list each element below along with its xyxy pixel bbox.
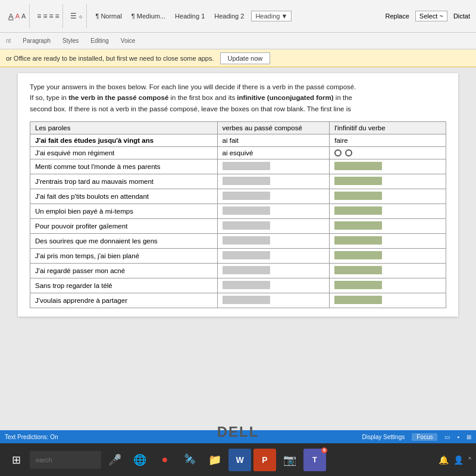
instruction-line1: Type your answers in the boxes below. Fo… [30, 83, 356, 90]
replace-label[interactable]: Replace [385, 12, 409, 20]
font-section: A A A [5, 4, 30, 28]
table-row: J'rentrais trop tard au mauvais moment [30, 174, 446, 189]
update-now-button[interactable]: Update now [220, 52, 271, 64]
search-input[interactable] [30, 451, 101, 469]
dell-logo: DELL [217, 424, 259, 440]
exercise-table: Les paroles verbes au passé composé l'in… [30, 121, 446, 308]
inf-cell[interactable]: faire [330, 134, 446, 147]
phrase-cell: J'voulais apprendre à partager [30, 293, 218, 308]
voice-label: Voice [121, 37, 135, 44]
table-row: J'ai regardé passer mon acné [30, 264, 446, 278]
passe-cell[interactable] [217, 174, 330, 189]
inf-cell[interactable] [330, 234, 446, 249]
taskbar-powerpoint[interactable]: P [253, 449, 276, 471]
table-row: J'voulais apprendre à partager [30, 293, 446, 308]
heading2-style[interactable]: Heading 2 [212, 11, 246, 21]
inf-cell[interactable] [330, 264, 446, 278]
display-settings[interactable]: Display Settings [362, 434, 405, 440]
passe-cell[interactable]: ai esquivé [217, 147, 330, 159]
heading1-style[interactable]: Heading 1 [173, 11, 207, 21]
inf-cell[interactable] [330, 293, 446, 308]
passe-cell[interactable] [217, 234, 330, 249]
taskbar-teams[interactable]: T9 [303, 449, 326, 471]
radio-cell [334, 149, 441, 156]
taskbar-chrome[interactable]: ● [154, 449, 176, 471]
phrase-cell: Sans trop regarder la télé [30, 278, 218, 293]
heading-dropdown[interactable]: Heading ▼ [251, 11, 292, 21]
inf-cell[interactable] [330, 204, 446, 219]
indent-icon: ⬦ [79, 12, 83, 20]
inf-cell[interactable] [330, 189, 446, 204]
toolbar-right: Replace Select ~ Dictat [385, 11, 470, 21]
windows-button[interactable]: ⊞ [5, 449, 27, 471]
view-icon2[interactable]: ▪ [457, 434, 459, 440]
focus-button[interactable]: Focus [412, 433, 437, 441]
dictate-label[interactable]: Dictat [453, 12, 470, 20]
instruction-bold1: the verb in the passé composé [68, 94, 168, 101]
col-header-passe: verbes au passé composé [217, 122, 330, 134]
taskbar-edge[interactable]: 🌐 [129, 449, 151, 471]
medium-style[interactable]: ¶ Medium... [129, 11, 168, 21]
instruction-line3: second box. If there is not a verb in th… [30, 105, 351, 112]
passe-cell[interactable] [217, 293, 330, 308]
passe-cell[interactable] [217, 189, 330, 204]
inf-cell[interactable] [330, 147, 446, 159]
passe-cell[interactable] [217, 204, 330, 219]
font-a-icon: A [8, 12, 14, 21]
instruction-mid: in the first box and its [168, 94, 237, 101]
person-icon[interactable]: 👤 [453, 455, 464, 465]
inf-cell[interactable] [330, 278, 446, 293]
passe-cell[interactable] [217, 159, 330, 174]
dropdown-arrow-icon: ▼ [281, 12, 287, 20]
list-icon: ☰ [70, 12, 77, 20]
table-row: J'ai fait des p'tits boulots en attendan… [30, 189, 446, 204]
phrase-cell: J'rentrais trop tard au mauvais moment [30, 174, 218, 189]
taskbar-word[interactable]: W [228, 449, 251, 471]
paragraph-label: Paragraph [23, 37, 51, 44]
inf-cell[interactable] [330, 174, 446, 189]
radio-button[interactable] [345, 149, 352, 156]
normal-style[interactable]: ¶ Normal [93, 11, 124, 21]
document-area: Type your answers in the boxes below. Fo… [0, 67, 476, 430]
inf-cell[interactable] [330, 219, 446, 234]
align-icon: ≡ [37, 12, 41, 20]
phrase-cell: Pour pouvoir profiter gaîement [30, 219, 218, 234]
view-icon3[interactable]: ⊞ [466, 434, 471, 440]
radio-button[interactable] [334, 149, 342, 156]
mic-icon[interactable]: 🎤 [104, 449, 126, 471]
system-tray-icon[interactable]: 🔔 [439, 455, 449, 465]
statusbar-right: Display Settings Focus ▭ ▪ ⊞ [362, 433, 471, 441]
instruction-bold2: infinitive (unconjugated form) [237, 94, 333, 101]
phrase-cell: J'ai fait des études jusqu'à vingt ans [30, 134, 218, 147]
passe-cell[interactable] [217, 219, 330, 234]
passe-cell[interactable] [217, 249, 330, 264]
taskbar-satellite[interactable]: 🛰 [178, 449, 201, 471]
caret-up-icon[interactable]: ^ [468, 456, 471, 463]
table-row: J'ai fait des études jusqu'à vingt ansai… [30, 134, 446, 147]
table-row: Menti comme tout l'monde à mes parents [30, 159, 446, 174]
phrase-cell: Un emploi bien payé à mi-temps [30, 204, 218, 219]
table-row: Un emploi bien payé à mi-temps [30, 204, 446, 219]
passe-cell[interactable] [217, 264, 330, 278]
passe-cell[interactable]: ai fait [217, 134, 330, 147]
ribbon2: nt Paragraph Styles Editing Voice [0, 33, 476, 49]
instructions: Type your answers in the boxes below. Fo… [30, 82, 446, 114]
taskbar-photos[interactable]: 📷 [278, 449, 301, 471]
select-dropdown[interactable]: Select ~ [415, 11, 447, 21]
view-icon1[interactable]: ▭ [444, 434, 450, 440]
inf-cell[interactable] [330, 159, 446, 174]
select-label: Select ~ [419, 12, 443, 20]
align3-icon: ≡ [49, 12, 53, 20]
editing-label: Editing [90, 37, 109, 44]
col-header-inf: l'infinitif du verbe [330, 122, 446, 134]
taskbar-files[interactable]: 📁 [203, 449, 226, 471]
align2-icon: ≡ [43, 12, 47, 20]
table-row: Des sourires que me donnaient les gens [30, 234, 446, 249]
phrase-cell: J'ai regardé passer mon acné [30, 264, 218, 278]
passe-cell[interactable] [217, 278, 330, 293]
inf-cell[interactable] [330, 249, 446, 264]
table-row: Pour pouvoir profiter gaîement [30, 219, 446, 234]
phrase-cell: Menti comme tout l'monde à mes parents [30, 159, 218, 174]
notification-message: or Office are ready to be installed, but… [6, 55, 214, 62]
notification-bar: or Office are ready to be installed, but… [0, 49, 476, 67]
